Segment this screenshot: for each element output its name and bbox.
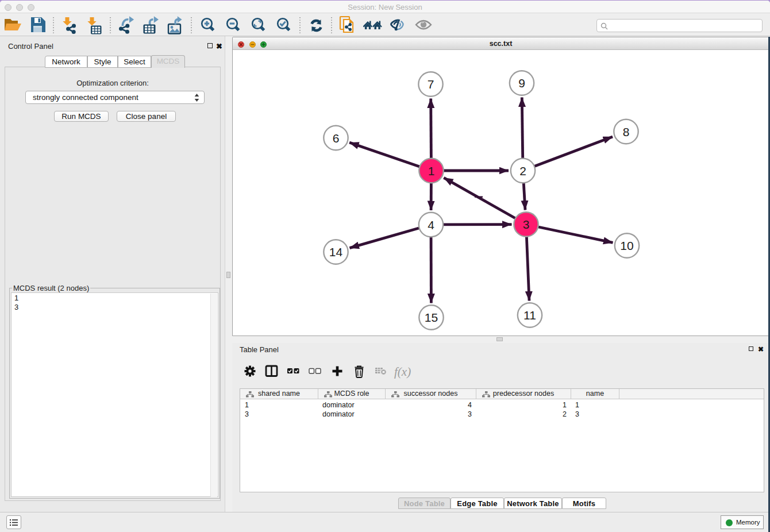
svg-text:11: 11 bbox=[523, 309, 536, 322]
svg-text:1: 1 bbox=[428, 164, 435, 178]
svg-text:15: 15 bbox=[425, 311, 438, 324]
svg-text:f(x): f(x) bbox=[394, 365, 411, 379]
svg-text:14: 14 bbox=[329, 245, 343, 259]
svg-text:9: 9 bbox=[518, 76, 525, 90]
svg-text:7: 7 bbox=[428, 78, 434, 91]
svg-text:4: 4 bbox=[428, 218, 434, 232]
svg-text:3: 3 bbox=[523, 218, 530, 231]
svg-text:2: 2 bbox=[519, 164, 526, 178]
svg-text:8: 8 bbox=[623, 125, 630, 138]
svg-text:10: 10 bbox=[620, 239, 633, 252]
svg-text:6: 6 bbox=[333, 132, 340, 145]
